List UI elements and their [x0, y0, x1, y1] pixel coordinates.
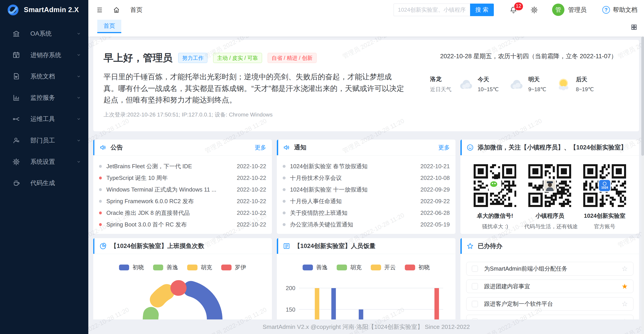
todo-item[interactable]: 为SmartAdmin前端小组分配任务☆: [466, 262, 634, 275]
wechat-panel: 添加微信，关注【小镇程序员】、【1024创新实验室】 卓大的微信号!骚扰卓大 :…: [460, 140, 639, 234]
news-title: JetBrains Fleet 公测，下一代 IDE: [106, 162, 237, 170]
todo-item[interactable]: 跟进客户定制一个软件平台☆: [466, 297, 634, 311]
notification-bell[interactable]: 12: [510, 6, 517, 14]
sidebar-item-label: 系统文档: [30, 72, 76, 80]
news-title: Oracle 推出 JDK 8 的直接替代品: [106, 209, 237, 217]
chevron-down-icon: [76, 53, 81, 57]
legend-item-初晓[interactable]: 初晓: [119, 264, 144, 271]
scrollbar-thumb[interactable]: [641, 36, 644, 155]
sidebar-item-label: 进销存系统: [30, 51, 76, 59]
mood-tag: 努力工作: [178, 53, 207, 63]
chevron-down-icon: [76, 117, 81, 121]
news-date: 2022-05-19: [420, 221, 450, 228]
bullet-dot: [283, 223, 286, 226]
todo-checkbox[interactable]: [472, 266, 478, 272]
chevron-down-icon: [76, 95, 81, 100]
legend-item-罗伊[interactable]: 罗伊: [221, 264, 246, 271]
last-login: 上次登录:2022-10-26 17:50:51; IP:127.0.0.1; …: [104, 111, 629, 118]
news-item[interactable]: JetBrains Fleet 公测，下一代 IDE2022-10-22: [99, 160, 266, 172]
search-button[interactable]: 搜 索: [470, 3, 494, 16]
pie-legend: 初晓善逸胡克罗伊: [93, 254, 272, 271]
todo-star-icon[interactable]: ★: [622, 283, 628, 290]
sidebar-item-监控服务[interactable]: 监控服务: [0, 87, 88, 108]
weather-day: 后天8~19℃: [576, 75, 594, 92]
sidebar-item-label: OA系统: [30, 29, 76, 38]
chevron-down-icon: [76, 31, 81, 36]
weather-city: 洛龙: [430, 75, 452, 83]
news-item[interactable]: 办公室消杀关键位置通知2022-05-19: [283, 219, 450, 231]
help-link[interactable]: ? 帮助文档: [602, 6, 638, 14]
news-item[interactable]: Spring Framework 6.0.0 RC2 发布2022-10-22: [99, 196, 266, 207]
speaker-icon: [283, 144, 290, 151]
legend-label: 胡克: [350, 264, 362, 271]
todo-text: 为SmartAdmin前端小组分配任务: [484, 265, 622, 273]
sidebar-item-系统设置[interactable]: 系统设置: [0, 151, 88, 172]
bullet-dot: [283, 188, 286, 191]
sidebar-item-label: 运维工具: [30, 115, 76, 123]
bullet-dot: [99, 200, 102, 203]
news-item[interactable]: Spring Boot 3.0.0 首个 RC 发布2022-10-22: [99, 219, 266, 231]
menu-fold-icon[interactable]: [96, 6, 104, 14]
legend-item-胡克[interactable]: 胡克: [337, 264, 362, 271]
footer-text: SmartAdmin V2.x @copyright 河南·洛阳【1024创新实…: [262, 323, 470, 331]
sidebar-item-部门员工[interactable]: 部门员工: [0, 130, 88, 151]
chevron-down-icon: [76, 159, 81, 164]
legend-swatch: [337, 265, 347, 270]
document-icon: [12, 72, 20, 80]
legend-item-胡克[interactable]: 胡克: [187, 264, 212, 271]
news-item[interactable]: 关于疫情防控上班通知2022-06-28: [283, 207, 450, 219]
tab-home[interactable]: 首页: [97, 20, 121, 33]
panel-accent: [460, 140, 462, 155]
legend-swatch: [405, 265, 415, 270]
todo-list: 为SmartAdmin前端小组分配任务☆跟进团建内容事宜★跟进客户定制一个软件平…: [460, 254, 639, 329]
news-item[interactable]: 1024创新实验室 十一放假通知2022-09-29: [283, 184, 450, 196]
user-menu[interactable]: 管 管理员: [552, 3, 586, 16]
legend-item-善逸[interactable]: 善逸: [153, 264, 178, 271]
mood-tag: 自省 / 精进 / 创新: [268, 53, 316, 63]
notice-panel: 通知 更多 1024创新实验室 春节放假通知2022-10-21十月份技术分享会…: [277, 140, 456, 234]
sidebar-item-系统文档[interactable]: 系统文档: [0, 66, 88, 87]
news-date: 2022-10-21: [420, 163, 450, 170]
news-item[interactable]: 1024创新实验室 春节放假通知2022-10-21: [283, 160, 450, 172]
news-title: 1024创新实验室 春节放假通知: [290, 162, 420, 170]
news-title: 1024创新实验室 十一放假通知: [290, 186, 420, 194]
announce-more-link[interactable]: 更多: [255, 144, 266, 151]
news-title: 关于疫情防控上班通知: [290, 209, 420, 217]
sidebar-item-进销存系统[interactable]: 进销存系统: [0, 44, 88, 66]
todo-star-icon[interactable]: ☆: [622, 300, 628, 307]
sidebar-item-代码生成[interactable]: 代码生成: [0, 172, 88, 194]
news-item[interactable]: 十月份技术分享会议2022-10-08: [283, 172, 450, 184]
legend-item-善逸[interactable]: 善逸: [302, 264, 328, 271]
tab-grid-icon[interactable]: [630, 23, 638, 31]
todo-checkbox[interactable]: [472, 301, 478, 307]
coffee-icon: [12, 179, 20, 187]
sidebar-item-运维工具[interactable]: 运维工具: [0, 108, 88, 130]
calendar-icon: [12, 51, 20, 59]
lab1024-logo-icon: 1024: [599, 180, 610, 191]
chevron-down-icon: [76, 74, 81, 79]
news-item[interactable]: 十月份人事任命通知2022-09-22: [283, 196, 450, 207]
news-item[interactable]: Windows Terminal 正式成为 Windows 11 ...2022…: [99, 184, 266, 196]
qr-desc: 官方账号: [579, 223, 630, 230]
qr-desc: 骚扰卓大 :): [470, 223, 520, 230]
scrollbar-track[interactable]: [641, 36, 644, 334]
panel-title: 【1024创新实验室】人员饭量: [294, 242, 376, 250]
panel-title: 【1024创新实验室】上班摸鱼次数: [110, 242, 204, 250]
todo-item[interactable]: 跟进团建内容事宜★: [466, 280, 634, 293]
legend-item-初晓[interactable]: 初晓: [405, 264, 430, 271]
legend-swatch: [371, 265, 381, 270]
news-item[interactable]: Oracle 推出 JDK 8 的直接替代品2022-10-22: [99, 207, 266, 219]
breadcrumb[interactable]: 首页: [130, 6, 142, 14]
sidebar-item-OA系统[interactable]: OA系统: [0, 23, 88, 44]
todo-star-icon[interactable]: ☆: [622, 265, 628, 272]
legend-item-开云[interactable]: 开云: [371, 264, 396, 271]
search-input[interactable]: [394, 3, 470, 16]
news-item[interactable]: TypeScript 诞生 10 周年2022-10-22: [99, 172, 266, 184]
app-logo[interactable]: SmartAdmin 2.X: [0, 0, 88, 20]
news-date: 2022-10-22: [237, 186, 266, 193]
home-icon[interactable]: [112, 6, 120, 14]
notice-more-link[interactable]: 更多: [438, 144, 450, 151]
todo-checkbox[interactable]: [472, 283, 478, 289]
sidebar-menu: OA系统进销存系统系统文档监控服务运维工具部门员工系统设置代码生成: [0, 20, 88, 194]
settings-gear-icon[interactable]: [530, 6, 538, 14]
